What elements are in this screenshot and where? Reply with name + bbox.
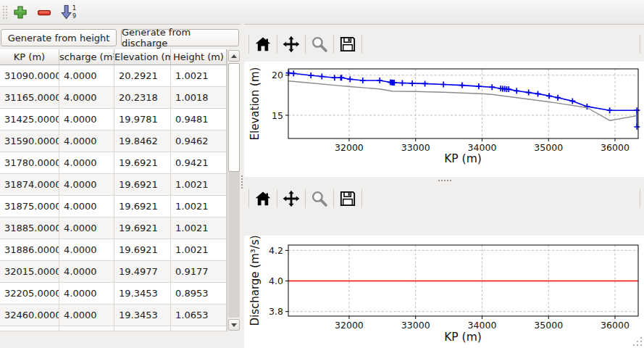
table-cell[interactable]: 1.0021 bbox=[171, 174, 227, 196]
generate-from-discharge-button[interactable]: Generate from discharge bbox=[121, 29, 239, 46]
table-cell[interactable]: 32460.0000 bbox=[0, 304, 59, 326]
table-cell[interactable]: 4.0000 bbox=[59, 174, 114, 196]
save-icon[interactable] bbox=[338, 189, 357, 208]
table-cell[interactable]: 1.0021 bbox=[171, 239, 227, 261]
table-cell[interactable]: 31590.0000 bbox=[0, 130, 59, 152]
toolbar-separator bbox=[361, 189, 362, 208]
table-cell[interactable]: 1.0018 bbox=[171, 87, 227, 109]
add-row-icon[interactable] bbox=[12, 4, 29, 21]
app-window: 1 9 Generate from height Generate from d… bbox=[0, 0, 644, 348]
table-cell[interactable]: 32015.0000 bbox=[0, 261, 59, 283]
table-cell[interactable]: 31780.0000 bbox=[0, 152, 59, 174]
scroll-up-button[interactable] bbox=[228, 50, 240, 62]
table-row[interactable]: 32015.00004.000019.49770.9177 bbox=[0, 261, 227, 283]
table-cell[interactable]: 4.0000 bbox=[59, 283, 114, 304]
down-arrow-icon bbox=[231, 323, 237, 327]
sort-number-top: 1 bbox=[72, 6, 76, 12]
table-cell[interactable]: 4.0000 bbox=[59, 218, 114, 239]
svg-text:33000: 33000 bbox=[401, 142, 430, 153]
table-row[interactable]: 32205.00004.000019.34530.8953 bbox=[0, 283, 227, 304]
table-cell[interactable]: 19.6921 bbox=[114, 196, 171, 218]
svg-text:33000: 33000 bbox=[401, 320, 430, 331]
table-row[interactable]: 31780.00004.000019.69210.9421 bbox=[0, 152, 227, 174]
table-row[interactable]: 31885.00004.000019.69211.0021 bbox=[0, 218, 227, 239]
toolbar-separator bbox=[277, 189, 277, 208]
svg-text:4.0: 4.0 bbox=[269, 276, 283, 286]
table-cell[interactable]: 0.9177 bbox=[171, 261, 227, 283]
sort-ascending-icon[interactable]: 1 9 bbox=[59, 4, 80, 21]
table-cell[interactable]: 4.0000 bbox=[59, 65, 114, 87]
table-cell[interactable]: 1.0021 bbox=[171, 218, 227, 239]
table-cell[interactable]: 4.0000 bbox=[59, 152, 114, 174]
table-cell[interactable]: 32205.0000 bbox=[0, 283, 59, 304]
elevation-figure[interactable]: 32000330003400035000360001520 Elevation … bbox=[244, 62, 644, 177]
window-resize-grip[interactable] bbox=[632, 336, 642, 346]
table-cell[interactable]: 20.2318 bbox=[114, 87, 171, 109]
discharge-plot-pane: 32000330003400035000360003.84.04.2 Disch… bbox=[244, 183, 644, 348]
table-cell[interactable]: 4.0000 bbox=[59, 109, 114, 130]
column-header[interactable]: KP (m) bbox=[0, 49, 59, 65]
table-cell[interactable]: 4.0000 bbox=[59, 261, 114, 283]
table-row[interactable]: 31425.00004.000019.97810.9481 bbox=[0, 109, 227, 130]
table-row[interactable]: 31090.00004.000020.29211.0021 bbox=[0, 65, 227, 87]
home-icon[interactable] bbox=[254, 35, 272, 54]
table-cell[interactable]: 0.9481 bbox=[171, 109, 227, 130]
table-cell[interactable]: 31090.0000 bbox=[0, 65, 59, 87]
table-cell[interactable]: 4.0000 bbox=[59, 239, 114, 261]
pan-icon[interactable] bbox=[282, 35, 301, 54]
table-vertical-scrollbar[interactable] bbox=[227, 49, 241, 331]
save-icon[interactable] bbox=[338, 35, 357, 54]
table-cell[interactable]: 4.0000 bbox=[59, 130, 114, 152]
table-cell[interactable]: 19.3453 bbox=[114, 304, 171, 326]
column-header[interactable]: Elevation (m) bbox=[114, 49, 171, 65]
remove-row-icon[interactable] bbox=[35, 4, 53, 21]
svg-text:20: 20 bbox=[272, 70, 283, 80]
table-cell[interactable]: 4.0000 bbox=[59, 196, 114, 218]
table-row[interactable]: 31590.00004.000019.84620.9462 bbox=[0, 130, 227, 152]
column-header[interactable]: Height (m) bbox=[171, 49, 227, 65]
table-cell[interactable]: 19.9781 bbox=[114, 109, 171, 130]
table-row[interactable]: 31165.00004.000020.23181.0018 bbox=[0, 87, 227, 109]
table-cell[interactable]: 19.6921 bbox=[114, 174, 171, 196]
pan-icon[interactable] bbox=[282, 189, 301, 208]
table-cell[interactable]: 4.0000 bbox=[59, 87, 114, 109]
table-row[interactable]: 31886.00004.000019.69211.0021 bbox=[0, 239, 227, 261]
zoom-icon[interactable] bbox=[310, 189, 329, 208]
table-cell[interactable]: 31425.0000 bbox=[0, 109, 59, 130]
table-cell[interactable]: 4.0000 bbox=[59, 304, 114, 326]
generate-from-height-button[interactable]: Generate from height bbox=[1, 29, 117, 46]
toolbar-separator bbox=[277, 35, 277, 54]
table-cell[interactable]: 1.0021 bbox=[171, 65, 227, 87]
scroll-down-button[interactable] bbox=[228, 319, 240, 331]
home-icon[interactable] bbox=[254, 189, 272, 208]
table-cell[interactable]: 0.8953 bbox=[171, 283, 227, 304]
table-cell[interactable]: 19.6921 bbox=[114, 218, 171, 239]
table-row[interactable]: 31875.00004.000019.69211.0021 bbox=[0, 196, 227, 218]
table-cell[interactable]: 1.0021 bbox=[171, 196, 227, 218]
table-cell[interactable]: 19.3453 bbox=[114, 283, 171, 304]
sort-number-bottom: 9 bbox=[72, 14, 76, 20]
up-arrow-icon bbox=[231, 54, 237, 58]
table-cell[interactable]: 19.8462 bbox=[114, 130, 171, 152]
table-cell[interactable]: 20.2921 bbox=[114, 65, 171, 87]
svg-text:35000: 35000 bbox=[534, 142, 563, 153]
table-cell[interactable]: 19.4977 bbox=[114, 261, 171, 283]
zoom-icon[interactable] bbox=[310, 35, 329, 54]
table-cell[interactable]: 31886.0000 bbox=[0, 239, 59, 261]
discharge-figure[interactable]: 32000330003400035000360003.84.04.2 Disch… bbox=[244, 236, 644, 348]
discharge-x-axis-label: KP (m) bbox=[444, 331, 482, 344]
table-row[interactable]: 32460.00004.000019.34531.0653 bbox=[0, 304, 227, 326]
table-cell[interactable]: 31874.0000 bbox=[0, 174, 59, 196]
toolbar-grip-handle[interactable] bbox=[3, 6, 7, 19]
table-cell[interactable]: 0.9421 bbox=[171, 152, 227, 174]
table-cell[interactable]: 31885.0000 bbox=[0, 218, 59, 239]
table-cell[interactable]: 31875.0000 bbox=[0, 196, 59, 218]
table-cell[interactable]: 19.6921 bbox=[114, 239, 171, 261]
column-header[interactable]: scharge (m³/ bbox=[59, 49, 114, 65]
scrollbar-thumb[interactable] bbox=[228, 63, 240, 172]
table-cell[interactable]: 31165.0000 bbox=[0, 87, 59, 109]
table-row[interactable]: 31874.00004.000019.69211.0021 bbox=[0, 174, 227, 196]
table-cell[interactable]: 1.0653 bbox=[171, 304, 227, 326]
table-cell[interactable]: 0.9462 bbox=[171, 130, 227, 152]
table-cell[interactable]: 19.6921 bbox=[114, 152, 171, 174]
